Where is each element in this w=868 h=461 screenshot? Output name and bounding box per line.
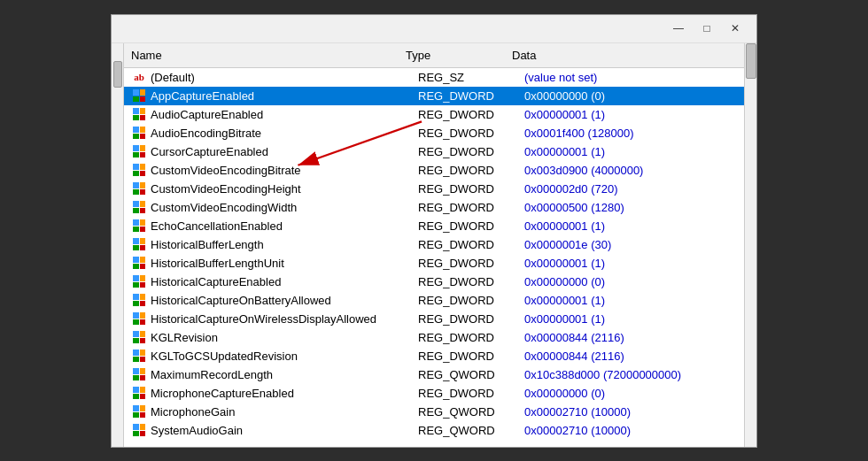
table-row[interactable]: CustomVideoEncodingWidthREG_DWORD0x00000… [124, 198, 744, 217]
cell-data: 0x00000500 (1280) [524, 201, 737, 214]
cell-name: MicrophoneCaptureEnabled [151, 387, 418, 400]
table-row[interactable]: KGLRevisionREG_DWORD0x00000844 (2116) [124, 328, 744, 347]
right-scrollbar[interactable] [744, 43, 756, 447]
cell-name: CursorCaptureEnabled [151, 145, 418, 158]
cell-data: 0x00000001 (1) [524, 219, 737, 233]
table-row[interactable]: MicrophoneGainREG_QWORD0x00002710 (10000… [124, 403, 744, 421]
cell-type: REG_DWORD [418, 350, 524, 363]
table-row[interactable]: CustomVideoEncodingBitrateREG_DWORD0x003… [124, 161, 744, 180]
cell-data: 0x00002710 (10000) [524, 424, 737, 437]
registry-icon [131, 330, 147, 344]
table-row[interactable]: CustomVideoEncodingHeightREG_DWORD0x0000… [124, 180, 744, 198]
dword-icon [133, 164, 145, 176]
registry-icon [131, 219, 147, 233]
header-data: Data [512, 49, 737, 62]
table-row[interactable]: AudioCaptureEnabledREG_DWORD0x00000001 (… [124, 105, 744, 124]
cell-name: HistoricalBufferLengthUnit [151, 257, 418, 270]
table-row[interactable]: MicrophoneCaptureEnabledREG_DWORD0x00000… [124, 384, 744, 403]
minimize-button[interactable]: — [664, 17, 693, 40]
table-row[interactable]: CursorCaptureEnabledREG_DWORD0x00000001 … [124, 142, 744, 161]
registry-icon: ab [131, 70, 147, 84]
cell-type: REG_QWORD [418, 405, 524, 419]
cell-data: 0x000002d0 (720) [524, 182, 737, 196]
scroll-thumb[interactable] [746, 43, 756, 79]
title-bar: — □ ✕ [112, 15, 756, 43]
cell-name: MaximumRecordLength [151, 368, 418, 381]
table-row[interactable]: AudioEncodingBitrateREG_DWORD0x0001f400 … [124, 124, 744, 142]
header-name: Name [131, 49, 406, 62]
dword-icon [133, 145, 145, 158]
cell-name: HistoricalBufferLength [151, 238, 418, 251]
cell-data: 0x00000001 (1) [524, 294, 737, 307]
cell-data: (value not set) [524, 71, 737, 84]
cell-type: REG_DWORD [418, 145, 524, 158]
cell-name: HistoricalCaptureOnWirelessDisplayAllowe… [151, 312, 418, 326]
registry-icon [131, 404, 147, 419]
table-row[interactable]: HistoricalCaptureOnBatteryAllowedREG_DWO… [124, 291, 744, 310]
dword-icon [133, 368, 145, 380]
main-content: Name Type Data ab(Default)REG_SZ(value n… [124, 43, 744, 447]
registry-icon [131, 107, 147, 121]
cell-type: REG_DWORD [418, 312, 524, 326]
dword-icon [133, 312, 145, 325]
cell-data: 0x0001f400 (128000) [524, 127, 737, 140]
dword-icon [133, 108, 145, 120]
cell-type: REG_DWORD [418, 387, 524, 400]
cell-name: HistoricalCaptureEnabled [151, 275, 418, 288]
table-row[interactable]: HistoricalCaptureEnabledREG_DWORD0x00000… [124, 273, 744, 291]
cell-name: HistoricalCaptureOnBatteryAllowed [151, 294, 418, 307]
registry-icon [131, 423, 147, 437]
cell-type: REG_DWORD [418, 294, 524, 307]
table-row[interactable]: AppCaptureEnabledREG_DWORD0x00000000 (0) [124, 87, 744, 105]
maximize-button[interactable]: □ [693, 17, 721, 40]
cell-data: 0x00000000 (0) [524, 275, 737, 288]
cell-type: REG_QWORD [418, 424, 524, 437]
cell-data: 0x00000001 (1) [524, 257, 737, 270]
header-type: Type [406, 49, 512, 62]
table-row[interactable]: MaximumRecordLengthREG_QWORD0x10c388d000… [124, 365, 744, 384]
dword-icon [133, 89, 145, 102]
table-row[interactable]: ab(Default)REG_SZ(value not set) [124, 68, 744, 87]
cell-name: MicrophoneGain [151, 405, 418, 419]
registry-icon [131, 181, 147, 196]
dword-icon [133, 331, 145, 343]
left-scroll-thumb[interactable] [113, 61, 122, 88]
registry-icon [131, 163, 147, 177]
cell-type: REG_QWORD [418, 368, 524, 381]
cell-type: REG_DWORD [418, 238, 524, 251]
table-row[interactable]: HistoricalBufferLengthUnitREG_DWORD0x000… [124, 254, 744, 273]
dword-icon [133, 127, 145, 139]
cell-name: KGLRevision [151, 331, 418, 344]
registry-icon [131, 200, 147, 214]
registry-icon [131, 349, 147, 363]
registry-icon [131, 126, 147, 140]
content-area: Name Type Data ab(Default)REG_SZ(value n… [112, 43, 756, 447]
cell-name: (Default) [151, 71, 418, 84]
registry-icon [131, 88, 147, 103]
table-row[interactable]: SystemAudioGainREG_QWORD0x00002710 (1000… [124, 421, 744, 440]
left-scrollbar[interactable] [112, 43, 124, 447]
cell-data: 0x10c388d000 (72000000000) [524, 368, 737, 381]
cell-type: REG_DWORD [418, 182, 524, 196]
registry-icon [131, 386, 147, 400]
cell-data: 0x00000001 (1) [524, 145, 737, 158]
close-button[interactable]: ✕ [721, 17, 749, 40]
cell-name: EchoCancellationEnabled [151, 219, 418, 233]
cell-type: REG_DWORD [418, 201, 524, 214]
cell-name: SystemAudioGain [151, 424, 418, 437]
table-row[interactable]: KGLToGCSUpdatedRevisionREG_DWORD0x000008… [124, 347, 744, 365]
cell-type: REG_DWORD [418, 257, 524, 270]
cell-data: 0x00000001 (1) [524, 312, 737, 326]
dword-icon [133, 238, 145, 250]
cell-name: CustomVideoEncodingWidth [151, 201, 418, 214]
table-row[interactable]: HistoricalCaptureOnWirelessDisplayAllowe… [124, 310, 744, 328]
registry-icon [131, 144, 147, 158]
table-body[interactable]: ab(Default)REG_SZ(value not set)AppCaptu… [124, 68, 744, 447]
dword-icon [133, 350, 145, 362]
cell-type: REG_DWORD [418, 89, 524, 103]
table-row[interactable]: HistoricalBufferLengthREG_DWORD0x0000001… [124, 235, 744, 254]
cell-type: REG_SZ [418, 71, 524, 84]
registry-icon [131, 256, 147, 270]
dword-icon [133, 201, 145, 213]
table-row[interactable]: EchoCancellationEnabledREG_DWORD0x000000… [124, 217, 744, 235]
